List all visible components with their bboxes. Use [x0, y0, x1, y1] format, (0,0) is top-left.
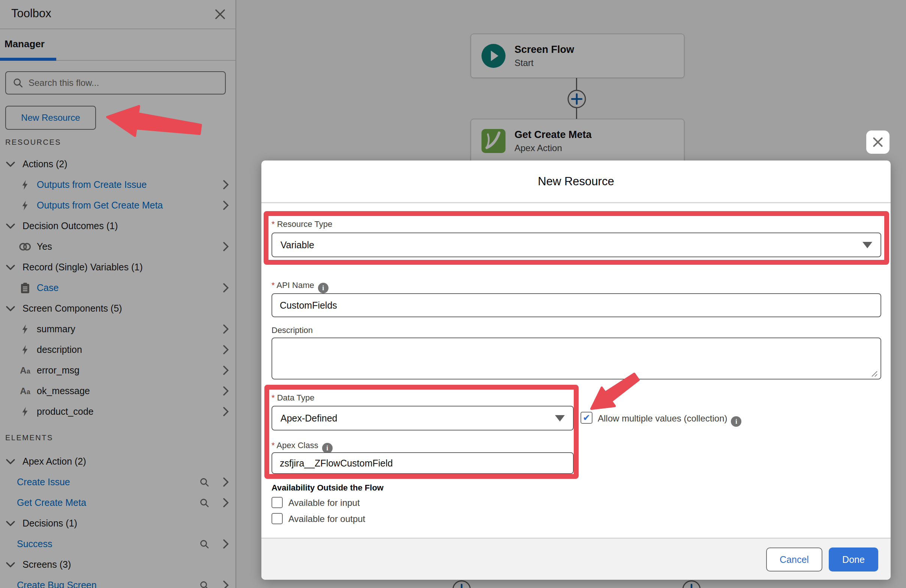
api-name-label: API Name: [271, 280, 329, 293]
done-button[interactable]: Done: [829, 548, 878, 572]
modal-title: New Resource: [262, 161, 891, 202]
available-for-output-checkbox[interactable]: [271, 513, 283, 524]
allow-multiple-checkbox[interactable]: [581, 412, 592, 424]
allow-multiple-label: Allow multiple values (collection): [598, 413, 742, 427]
apex-class-label: Apex Class: [271, 441, 333, 453]
description-textarea[interactable]: [271, 338, 881, 379]
data-type-value: Apex-Defined: [281, 413, 337, 424]
resource-type-label: Resource Type: [271, 219, 332, 229]
apex-class-input[interactable]: [271, 452, 574, 474]
flow-builder-screen: Screen Flow Start Get Create Meta Apex A…: [0, 0, 906, 588]
available-for-output-label: Available for output: [289, 514, 365, 524]
availability-header: Availability Outside the Flow: [271, 483, 384, 493]
data-type-select[interactable]: Apex-Defined: [271, 406, 574, 430]
available-for-input-checkbox[interactable]: [271, 497, 283, 508]
chevron-down-icon: [555, 415, 565, 422]
info-icon[interactable]: [322, 443, 333, 453]
new-resource-modal: New Resource Resource Type Variable API …: [262, 161, 891, 580]
available-for-input-label: Available for input: [289, 498, 360, 508]
description-label: Description: [271, 325, 313, 335]
cancel-button[interactable]: Cancel: [766, 548, 822, 572]
modal-close-icon[interactable]: [866, 131, 890, 154]
info-icon[interactable]: [318, 283, 329, 293]
resource-type-value: Variable: [281, 240, 314, 250]
data-type-label: Data Type: [271, 393, 314, 403]
api-name-input[interactable]: [271, 293, 881, 317]
resource-type-select[interactable]: Variable: [271, 233, 881, 257]
info-icon[interactable]: [731, 416, 742, 427]
modal-footer: Cancel Done: [262, 538, 891, 580]
chevron-down-icon: [863, 242, 872, 248]
